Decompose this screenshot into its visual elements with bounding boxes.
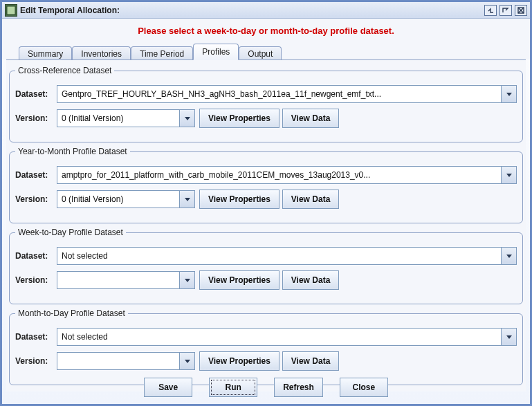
- cross-ref-view-data-button[interactable]: View Data: [282, 109, 339, 128]
- refresh-button[interactable]: Refresh: [274, 378, 323, 397]
- svg-marker-7: [185, 198, 190, 201]
- tab-profiles-label: Profiles: [202, 47, 230, 57]
- year-month-view-data-button[interactable]: View Data: [282, 190, 339, 209]
- svg-marker-4: [506, 93, 512, 96]
- chevron-down-icon[interactable]: [501, 329, 516, 345]
- svg-marker-9: [185, 279, 190, 282]
- cross-ref-version-value: 0 (Initial Version): [57, 113, 179, 123]
- chevron-down-icon[interactable]: [501, 248, 516, 264]
- tab-summary-label: Summary: [28, 49, 63, 59]
- profiles-pane: Cross-Reference Dataset Dataset: Gentpro…: [6, 59, 526, 391]
- maximize-button[interactable]: [499, 5, 512, 16]
- cross-ref-dataset-value: Gentpro_TREF_HOURLY_BASH_NH3_agNH3_bash_…: [57, 89, 501, 99]
- chevron-down-icon[interactable]: [501, 167, 516, 183]
- week-to-day-panel: Week-to-Day Profile Dataset Dataset: Not…: [9, 228, 523, 304]
- edit-temporal-allocation-window: Edit Temporal Allocation: Please select …: [0, 0, 532, 406]
- tab-output-label: Output: [248, 49, 273, 59]
- chevron-down-icon[interactable]: [501, 86, 516, 102]
- chevron-down-icon[interactable]: [179, 191, 194, 207]
- warning-text: Please select a week-to-day or month-to-…: [138, 26, 394, 36]
- month-day-dataset-combo[interactable]: Not selected: [57, 328, 517, 346]
- chevron-down-icon[interactable]: [179, 272, 194, 288]
- tab-time-period[interactable]: Time Period: [131, 46, 193, 61]
- week-day-dataset-value: Not selected: [57, 251, 501, 261]
- week-day-version-label: Version:: [15, 275, 57, 285]
- save-button[interactable]: Save: [144, 378, 192, 397]
- cross-ref-dataset-combo[interactable]: Gentpro_TREF_HOURLY_BASH_NH3_agNH3_bash_…: [57, 85, 517, 103]
- tab-time-period-label: Time Period: [140, 49, 184, 59]
- year-month-view-properties-button[interactable]: View Properties: [199, 190, 279, 209]
- chevron-down-icon[interactable]: [179, 110, 194, 127]
- cross-reference-panel: Cross-Reference Dataset Dataset: Gentpro…: [9, 66, 523, 142]
- app-icon: [5, 4, 17, 17]
- month-day-view-data-button[interactable]: View Data: [282, 351, 339, 371]
- svg-marker-5: [185, 117, 190, 120]
- month-day-version-label: Version:: [15, 356, 57, 366]
- run-button[interactable]: Run: [209, 378, 257, 397]
- tab-profiles[interactable]: Profiles: [193, 44, 239, 60]
- cross-ref-view-properties-button[interactable]: View Properties: [199, 109, 279, 128]
- warning-bar: Please select a week-to-day or month-to-…: [2, 19, 530, 43]
- year-to-month-legend: Year-to-Month Profile Dataset: [15, 147, 130, 156]
- year-month-dataset-combo[interactable]: amptpro_for_2011_platform_with_carb_mobi…: [57, 166, 517, 184]
- svg-marker-11: [185, 360, 190, 363]
- week-day-version-combo[interactable]: [57, 271, 195, 289]
- svg-marker-10: [506, 335, 512, 339]
- year-month-dataset-label: Dataset:: [15, 170, 57, 180]
- week-day-dataset-label: Dataset:: [15, 251, 57, 261]
- svg-marker-8: [506, 255, 512, 258]
- minimize-button[interactable]: [484, 5, 497, 16]
- year-to-month-panel: Year-to-Month Profile Dataset Dataset: a…: [9, 147, 523, 223]
- close-button[interactable]: Close: [340, 378, 388, 397]
- month-day-dataset-value: Not selected: [57, 332, 501, 342]
- year-month-version-label: Version:: [15, 194, 57, 204]
- week-to-day-legend: Week-to-Day Profile Dataset: [15, 228, 126, 237]
- week-day-view-properties-button[interactable]: View Properties: [199, 270, 279, 290]
- year-month-version-value: 0 (Initial Version): [57, 194, 179, 204]
- svg-marker-6: [506, 174, 512, 177]
- month-to-day-panel: Month-to-Day Profile Dataset Dataset: No…: [9, 308, 523, 385]
- cross-reference-legend: Cross-Reference Dataset: [15, 66, 114, 75]
- month-day-dataset-label: Dataset:: [15, 332, 57, 342]
- week-day-dataset-combo[interactable]: Not selected: [57, 247, 517, 265]
- year-month-version-combo[interactable]: 0 (Initial Version): [57, 190, 195, 208]
- tab-summary[interactable]: Summary: [19, 46, 72, 61]
- close-window-button[interactable]: [515, 5, 527, 16]
- action-bar: Save Run Refresh Close: [2, 378, 530, 397]
- chevron-down-icon[interactable]: [179, 353, 194, 369]
- tab-inventories[interactable]: Inventories: [72, 46, 131, 61]
- year-month-dataset-value: amptpro_for_2011_platform_with_carb_mobi…: [57, 170, 501, 180]
- svg-rect-0: [7, 6, 15, 15]
- month-day-version-combo[interactable]: [57, 352, 195, 370]
- titlebar: Edit Temporal Allocation:: [2, 2, 530, 19]
- month-day-view-properties-button[interactable]: View Properties: [199, 351, 279, 371]
- cross-ref-dataset-label: Dataset:: [15, 89, 57, 99]
- tab-inventories-label: Inventories: [81, 49, 122, 59]
- tab-row: Summary Inventories Time Period Profiles…: [2, 43, 530, 59]
- week-day-view-data-button[interactable]: View Data: [282, 270, 339, 290]
- cross-ref-version-label: Version:: [15, 113, 57, 123]
- tab-output[interactable]: Output: [239, 46, 282, 61]
- window-title: Edit Temporal Allocation:: [20, 6, 120, 15]
- cross-ref-version-combo[interactable]: 0 (Initial Version): [57, 109, 195, 127]
- month-to-day-legend: Month-to-Day Profile Dataset: [15, 308, 128, 318]
